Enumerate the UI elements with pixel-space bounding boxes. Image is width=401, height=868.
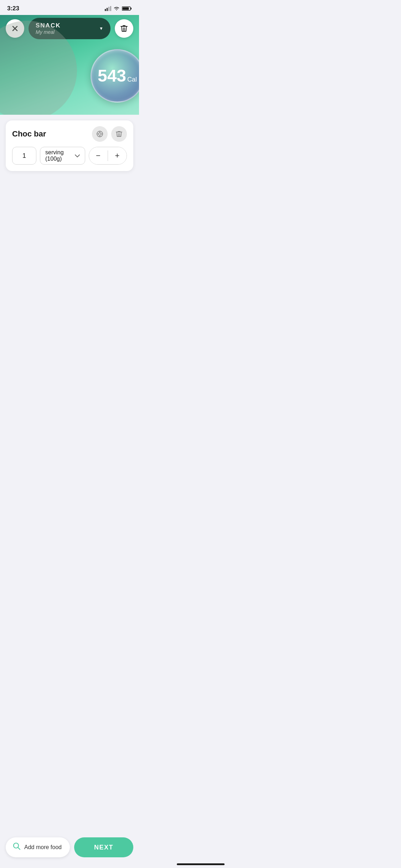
svg-rect-3 bbox=[110, 6, 111, 11]
increment-button[interactable]: + bbox=[108, 147, 127, 164]
food-controls: 1 serving (100g) − + bbox=[12, 147, 127, 165]
signal-icon bbox=[105, 6, 111, 11]
calorie-unit: Cal bbox=[127, 76, 137, 83]
status-bar: 3:23 bbox=[0, 0, 139, 15]
svg-rect-5 bbox=[131, 8, 132, 10]
chevron-down-icon: ▼ bbox=[99, 26, 103, 31]
calorie-content: 543 Cal bbox=[98, 67, 137, 84]
decrement-button[interactable]: − bbox=[89, 147, 108, 164]
svg-rect-2 bbox=[108, 7, 109, 11]
svg-rect-0 bbox=[105, 9, 106, 11]
food-card-header: Choc bar bbox=[12, 126, 127, 142]
quantity-stepper: − + bbox=[89, 147, 127, 165]
serving-selector[interactable]: serving (100g) bbox=[40, 147, 85, 165]
serving-text: serving (100g) bbox=[45, 149, 75, 162]
status-time: 3:23 bbox=[7, 5, 19, 12]
calorie-area: 543 Cal bbox=[6, 42, 133, 106]
svg-rect-1 bbox=[107, 8, 108, 11]
svg-point-10 bbox=[99, 133, 101, 135]
quantity-input[interactable]: 1 bbox=[12, 147, 36, 165]
delete-button[interactable] bbox=[115, 19, 133, 38]
food-actions bbox=[92, 126, 127, 142]
calorie-number: 543 bbox=[98, 67, 126, 84]
battery-icon bbox=[122, 6, 132, 11]
content-spacer bbox=[6, 175, 133, 318]
calorie-bubble: 543 Cal bbox=[91, 49, 139, 103]
main-content: Choc bar bbox=[0, 115, 139, 324]
status-icons bbox=[105, 6, 132, 11]
view-details-button[interactable] bbox=[92, 126, 108, 142]
food-name: Choc bar bbox=[12, 129, 46, 139]
food-card: Choc bar bbox=[6, 120, 133, 171]
delete-food-button[interactable] bbox=[111, 126, 127, 142]
header-area: SNACK My meal ▼ 543 Cal bbox=[0, 15, 139, 115]
serving-chevron-icon bbox=[75, 153, 80, 159]
wifi-icon bbox=[113, 6, 120, 11]
svg-rect-6 bbox=[123, 7, 129, 10]
